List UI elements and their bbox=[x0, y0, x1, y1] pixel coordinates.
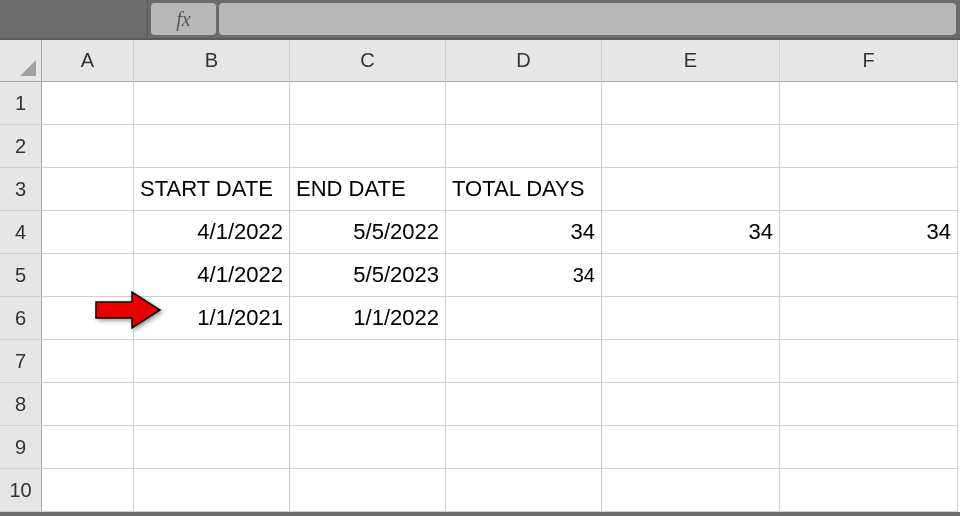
row-header-3[interactable]: 3 bbox=[0, 168, 42, 211]
cell-C9[interactable] bbox=[290, 426, 446, 469]
formula-input[interactable] bbox=[219, 3, 956, 35]
cell-A7[interactable] bbox=[42, 340, 134, 383]
cell-A10[interactable] bbox=[42, 469, 134, 512]
cell-D2[interactable] bbox=[446, 125, 602, 168]
cell-F7[interactable] bbox=[780, 340, 958, 383]
formula-bar: fx bbox=[0, 0, 960, 40]
cell-B7[interactable] bbox=[134, 340, 290, 383]
row-header-5[interactable]: 5 bbox=[0, 254, 42, 297]
cell-D5[interactable]: 34 bbox=[446, 254, 602, 297]
cell-C10[interactable] bbox=[290, 469, 446, 512]
row-header-9[interactable]: 9 bbox=[0, 426, 42, 469]
cell-F1[interactable] bbox=[780, 82, 958, 125]
cell-B10[interactable] bbox=[134, 469, 290, 512]
cell-F10[interactable] bbox=[780, 469, 958, 512]
cell-C1[interactable] bbox=[290, 82, 446, 125]
cell-F3[interactable] bbox=[780, 168, 958, 211]
cell-B9[interactable] bbox=[134, 426, 290, 469]
cell-D6[interactable] bbox=[446, 297, 602, 340]
cell-F8[interactable] bbox=[780, 383, 958, 426]
spreadsheet-grid: 1 2 3 4 5 6 7 8 9 10 A B C D E F bbox=[0, 40, 960, 512]
select-all-corner[interactable] bbox=[0, 40, 42, 82]
cell-E3[interactable] bbox=[602, 168, 780, 211]
cell-D9[interactable] bbox=[446, 426, 602, 469]
cell-C8[interactable] bbox=[290, 383, 446, 426]
cell-D10[interactable] bbox=[446, 469, 602, 512]
cell-B1[interactable] bbox=[134, 82, 290, 125]
cell-D7[interactable] bbox=[446, 340, 602, 383]
cell-B2[interactable] bbox=[134, 125, 290, 168]
cell-C7[interactable] bbox=[290, 340, 446, 383]
cell-E9[interactable] bbox=[602, 426, 780, 469]
cell-A9[interactable] bbox=[42, 426, 134, 469]
cell-A1[interactable] bbox=[42, 82, 134, 125]
cell-F2[interactable] bbox=[780, 125, 958, 168]
cell-F4[interactable]: 34 bbox=[780, 211, 958, 254]
cell-C3[interactable]: END DATE bbox=[290, 168, 446, 211]
cell-A2[interactable] bbox=[42, 125, 134, 168]
cell-E10[interactable] bbox=[602, 469, 780, 512]
col-header-F[interactable]: F bbox=[780, 40, 958, 82]
fx-icon[interactable]: fx bbox=[151, 3, 216, 35]
cell-C4[interactable]: 5/5/2022 bbox=[290, 211, 446, 254]
col-header-B[interactable]: B bbox=[134, 40, 290, 82]
cell-D3[interactable]: TOTAL DAYS bbox=[446, 168, 602, 211]
row-header-10[interactable]: 10 bbox=[0, 469, 42, 512]
row-header-2[interactable]: 2 bbox=[0, 125, 42, 168]
col-header-E[interactable]: E bbox=[602, 40, 780, 82]
cell-E5[interactable] bbox=[602, 254, 780, 297]
cell-E1[interactable] bbox=[602, 82, 780, 125]
name-box[interactable] bbox=[0, 0, 148, 38]
cell-F6[interactable] bbox=[780, 297, 958, 340]
cell-E8[interactable] bbox=[602, 383, 780, 426]
cell-B3[interactable]: START DATE bbox=[134, 168, 290, 211]
cell-E4[interactable]: 34 bbox=[602, 211, 780, 254]
row-header-1[interactable]: 1 bbox=[0, 82, 42, 125]
cell-A3[interactable] bbox=[42, 168, 134, 211]
row-header-4[interactable]: 4 bbox=[0, 211, 42, 254]
cell-D8[interactable] bbox=[446, 383, 602, 426]
col-header-D[interactable]: D bbox=[446, 40, 602, 82]
cell-C2[interactable] bbox=[290, 125, 446, 168]
row-header-6[interactable]: 6 bbox=[0, 297, 42, 340]
cell-C6[interactable]: 1/1/2022 bbox=[290, 297, 446, 340]
cell-F9[interactable] bbox=[780, 426, 958, 469]
cell-D4[interactable]: 34 bbox=[446, 211, 602, 254]
cell-A8[interactable] bbox=[42, 383, 134, 426]
cell-D1[interactable] bbox=[446, 82, 602, 125]
cell-E2[interactable] bbox=[602, 125, 780, 168]
row-header-7[interactable]: 7 bbox=[0, 340, 42, 383]
cell-E6[interactable] bbox=[602, 297, 780, 340]
col-header-C[interactable]: C bbox=[290, 40, 446, 82]
cell-E7[interactable] bbox=[602, 340, 780, 383]
cell-C5[interactable]: 5/5/2023 bbox=[290, 254, 446, 297]
arrow-annotation-icon bbox=[94, 290, 164, 330]
cell-A4[interactable] bbox=[42, 211, 134, 254]
cell-B8[interactable] bbox=[134, 383, 290, 426]
cell-F5[interactable] bbox=[780, 254, 958, 297]
cell-B4[interactable]: 4/1/2022 bbox=[134, 211, 290, 254]
col-header-A[interactable]: A bbox=[42, 40, 134, 82]
row-header-8[interactable]: 8 bbox=[0, 383, 42, 426]
